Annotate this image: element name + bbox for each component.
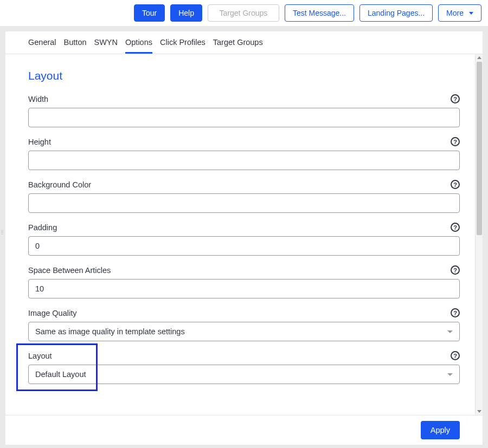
test-message-button[interactable]: Test Message... xyxy=(285,4,354,22)
field-image-quality: Image Quality ? Same as image quality in… xyxy=(28,308,460,341)
help-icon[interactable]: ? xyxy=(451,137,460,146)
layout-select[interactable]: Default Layout xyxy=(28,365,460,384)
caret-down-icon xyxy=(447,373,453,376)
tab-click-profiles[interactable]: Click Profiles xyxy=(160,38,206,54)
scrollbar[interactable] xyxy=(475,54,483,415)
help-button[interactable]: Help xyxy=(170,4,202,22)
padding-label: Padding xyxy=(28,223,57,232)
help-icon[interactable]: ? xyxy=(451,180,460,189)
field-height: Height ? xyxy=(28,137,460,170)
image-quality-select[interactable]: Same as image quality in template settin… xyxy=(28,322,460,341)
tab-general[interactable]: General xyxy=(28,38,56,54)
space-between-label: Space Between Articles xyxy=(28,266,111,275)
space-between-input[interactable] xyxy=(28,279,460,298)
top-toolbar: Tour Help Target Groups Test Message... … xyxy=(0,0,488,26)
field-background-color: Background Color ? xyxy=(28,180,460,213)
help-icon[interactable]: ? xyxy=(451,351,460,360)
background-color-label: Background Color xyxy=(28,180,91,189)
layout-label: Layout xyxy=(28,352,52,360)
section-title: Layout xyxy=(28,69,460,82)
landing-pages-button[interactable]: Landing Pages... xyxy=(359,4,433,22)
help-icon[interactable]: ? xyxy=(451,265,460,275)
chevron-down-icon xyxy=(469,12,473,15)
background-color-input[interactable] xyxy=(28,193,460,213)
width-input[interactable] xyxy=(28,108,460,127)
scroll-thumb[interactable] xyxy=(477,62,482,235)
more-button[interactable]: More xyxy=(438,4,481,22)
scroll-up-icon[interactable] xyxy=(477,56,481,59)
field-space-between: Space Between Articles ? xyxy=(28,265,460,298)
height-label: Height xyxy=(28,138,51,146)
help-icon[interactable]: ? xyxy=(451,223,460,232)
tab-bar: General Button SWYN Options Click Profil… xyxy=(5,31,483,54)
main-panel: General Button SWYN Options Click Profil… xyxy=(5,31,483,445)
tab-target-groups[interactable]: Target Groups xyxy=(213,38,263,54)
page-background: ⠿⠿ General Button SWYN Options Click Pro… xyxy=(0,26,488,448)
content-wrapper: Layout Width ? Height ? xyxy=(5,54,483,415)
image-quality-label: Image Quality xyxy=(28,309,76,317)
more-button-label: More xyxy=(446,9,464,17)
caret-down-icon xyxy=(447,330,453,333)
panel-footer: Apply xyxy=(5,415,483,445)
tour-button[interactable]: Tour xyxy=(134,4,165,22)
help-icon[interactable]: ? xyxy=(451,308,460,317)
target-groups-button[interactable]: Target Groups xyxy=(208,4,279,22)
field-width: Width ? xyxy=(28,94,460,127)
padding-input[interactable] xyxy=(28,236,460,256)
field-padding: Padding ? xyxy=(28,223,460,256)
form-content: Layout Width ? Height ? xyxy=(5,54,483,415)
tab-options[interactable]: Options xyxy=(125,38,152,54)
width-label: Width xyxy=(28,95,48,103)
field-layout: Layout ? Default Layout xyxy=(28,351,460,384)
tab-button[interactable]: Button xyxy=(64,38,87,54)
help-icon[interactable]: ? xyxy=(451,94,460,103)
drag-handle-icon[interactable]: ⠿⠿ xyxy=(1,231,4,235)
apply-button[interactable]: Apply xyxy=(421,421,460,439)
height-input[interactable] xyxy=(28,151,460,170)
tab-swyn[interactable]: SWYN xyxy=(94,38,118,54)
scroll-down-icon[interactable] xyxy=(477,410,481,413)
layout-value: Default Layout xyxy=(35,370,86,379)
image-quality-value: Same as image quality in template settin… xyxy=(35,327,185,336)
